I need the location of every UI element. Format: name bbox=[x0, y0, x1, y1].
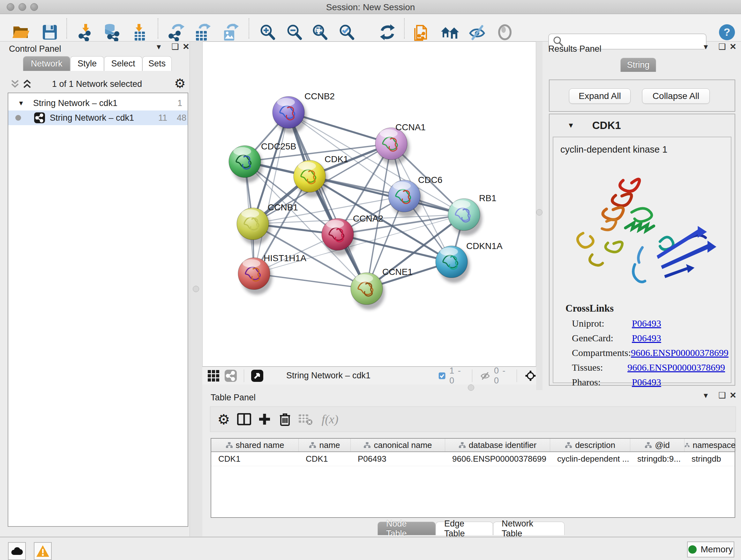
column-label: name bbox=[319, 440, 340, 450]
panel-menu-icon[interactable]: ▾ bbox=[157, 42, 161, 52]
splitter-handle[interactable] bbox=[468, 384, 474, 391]
delete-table-button[interactable] bbox=[295, 409, 316, 429]
table-row[interactable]: CDK1CDK1P064939606.ENSP00000378699cyclin… bbox=[211, 452, 735, 466]
splitter-handle[interactable] bbox=[193, 286, 199, 292]
export-table-button[interactable] bbox=[193, 22, 212, 42]
save-session-button[interactable] bbox=[40, 22, 59, 42]
table-cell[interactable]: CDK1 bbox=[299, 452, 351, 466]
import-network-database-button[interactable] bbox=[102, 22, 121, 42]
column-header-0[interactable]: shared name bbox=[211, 439, 299, 451]
table-cell[interactable]: cyclin-dependent ... bbox=[550, 452, 630, 466]
network-node-RB1[interactable] bbox=[448, 199, 482, 236]
grid-view-button[interactable] bbox=[205, 366, 222, 386]
table-settings-gear-icon[interactable]: ⚙ bbox=[213, 409, 234, 429]
column-header-2[interactable]: canonical name bbox=[351, 439, 445, 451]
selected-checkbox-icon[interactable] bbox=[439, 371, 446, 381]
panel-close-icon[interactable]: ✕ bbox=[183, 42, 190, 52]
collection-disclosure-icon[interactable]: ▼ bbox=[18, 100, 24, 107]
tab-edge-table[interactable]: Edge Table bbox=[435, 522, 493, 535]
network-canvas[interactable]: CCNB2CCNA1CDC25BCDK1CDC6RB1CCNB1CCNA2CDK… bbox=[202, 42, 536, 367]
network-node-CDK1[interactable] bbox=[293, 160, 328, 197]
column-header-1[interactable]: name bbox=[299, 439, 351, 451]
panel-float-icon[interactable]: ❑ bbox=[172, 42, 179, 52]
network-node-CDKN1A[interactable] bbox=[435, 246, 470, 283]
titlebar: Session: New Session bbox=[0, 0, 741, 14]
tab-style[interactable]: Style bbox=[70, 56, 104, 71]
panel-float-icon[interactable]: ❑ bbox=[718, 42, 726, 52]
protein-header[interactable]: ▼ CDK1 bbox=[549, 114, 735, 137]
birdseye-view-button[interactable] bbox=[249, 366, 266, 386]
zoom-in-button[interactable] bbox=[258, 22, 277, 42]
table-header-row: shared namenamecanonical namedatabase id… bbox=[211, 439, 735, 452]
network-collection-row[interactable]: ▼ String Network – cdk1 1 bbox=[8, 96, 188, 111]
table-cell[interactable]: stringdb bbox=[684, 452, 736, 466]
table-cell[interactable]: 9606.ENSP00000378699 bbox=[445, 452, 550, 466]
splitter-handle[interactable] bbox=[536, 209, 542, 215]
tab-network[interactable]: Network bbox=[23, 56, 70, 71]
column-header-4[interactable]: description bbox=[550, 439, 630, 451]
network-from-file-button[interactable] bbox=[413, 22, 432, 42]
crosshair-icon[interactable] bbox=[525, 368, 536, 384]
network-view-mode-button[interactable] bbox=[222, 366, 239, 386]
function-builder-button[interactable]: f(x) bbox=[316, 409, 344, 429]
panel-menu-icon[interactable]: ▾ bbox=[704, 390, 708, 400]
expand-all-button[interactable]: Expand All bbox=[569, 88, 630, 104]
tab-sets[interactable]: Sets bbox=[142, 56, 172, 71]
export-image-button[interactable] bbox=[220, 22, 239, 42]
network-node-CCNB2[interactable] bbox=[273, 97, 307, 133]
help-button[interactable]: ? bbox=[718, 22, 737, 42]
tab-select[interactable]: Select bbox=[104, 56, 142, 71]
network-node-CCNA1[interactable] bbox=[375, 128, 409, 165]
cloud-tasks-button[interactable] bbox=[8, 542, 26, 560]
tab-string[interactable]: String bbox=[620, 58, 656, 72]
open-session-button[interactable] bbox=[11, 22, 30, 42]
import-table-file-button[interactable] bbox=[130, 22, 149, 42]
panel-float-icon[interactable]: ❑ bbox=[718, 390, 726, 400]
column-header-6[interactable]: namespace bbox=[684, 439, 736, 451]
column-header-3[interactable]: database identifier bbox=[445, 439, 550, 451]
crosslink-value[interactable]: P06493 bbox=[632, 318, 661, 329]
hide-glass-button[interactable] bbox=[468, 22, 487, 42]
crosslink-value[interactable]: P06493 bbox=[632, 377, 661, 388]
network-options-gear-icon[interactable]: ⚙ bbox=[174, 76, 186, 91]
section-disclosure-icon[interactable]: ▼ bbox=[567, 121, 575, 130]
network-row-selected[interactable]: String Network – cdk1 11 48 bbox=[8, 111, 188, 125]
import-network-file-button[interactable] bbox=[76, 22, 95, 42]
create-column-button[interactable] bbox=[254, 409, 275, 429]
network-node-CCNA2[interactable] bbox=[322, 219, 356, 255]
collapse-all-button[interactable]: Collapse All bbox=[642, 88, 710, 104]
hidden-eye-icon[interactable] bbox=[480, 370, 490, 381]
column-label: @id bbox=[655, 440, 670, 450]
network-node-CDC6[interactable] bbox=[388, 180, 422, 217]
panel-close-icon[interactable]: ✕ bbox=[730, 42, 737, 52]
string-home-button[interactable] bbox=[441, 22, 460, 42]
tab-node-table[interactable]: Node Table bbox=[378, 522, 435, 535]
network-node-CDC25B[interactable] bbox=[229, 145, 263, 183]
column-header-5[interactable]: @id bbox=[630, 439, 684, 451]
crosslink-value[interactable]: 9606.ENSP00000378699 bbox=[627, 362, 725, 373]
refresh-view-button[interactable] bbox=[378, 22, 397, 42]
warnings-button[interactable] bbox=[34, 542, 52, 560]
show-columns-button[interactable] bbox=[234, 409, 254, 429]
right-splitter[interactable] bbox=[536, 42, 542, 390]
zoom-out-button[interactable] bbox=[285, 22, 304, 42]
network-edge[interactable] bbox=[254, 112, 288, 273]
zoom-selected-button[interactable] bbox=[337, 22, 356, 42]
crosslink-value[interactable]: 9606.ENSP00000378699 bbox=[631, 348, 729, 358]
table-cell[interactable]: stringdb:9... bbox=[630, 452, 684, 466]
memory-button[interactable]: Memory bbox=[687, 542, 734, 557]
table-cell[interactable]: CDK1 bbox=[211, 452, 299, 466]
network-node-HIST1H1A[interactable] bbox=[238, 258, 272, 295]
show-glass-button[interactable] bbox=[495, 22, 515, 42]
left-splitter[interactable] bbox=[190, 42, 202, 537]
panel-menu-icon[interactable]: ▾ bbox=[704, 42, 708, 52]
tab-label: Select bbox=[111, 59, 135, 69]
crosslink-value[interactable]: P06493 bbox=[632, 333, 661, 344]
panel-close-icon[interactable]: ✕ bbox=[730, 390, 737, 400]
export-network-button[interactable] bbox=[166, 22, 186, 42]
table-cell[interactable]: P06493 bbox=[351, 452, 445, 466]
bottom-splitter[interactable] bbox=[202, 384, 536, 390]
zoom-fit-button[interactable] bbox=[310, 22, 329, 42]
tab-network-table[interactable]: Network Table bbox=[493, 522, 564, 535]
delete-columns-button[interactable] bbox=[275, 409, 295, 429]
